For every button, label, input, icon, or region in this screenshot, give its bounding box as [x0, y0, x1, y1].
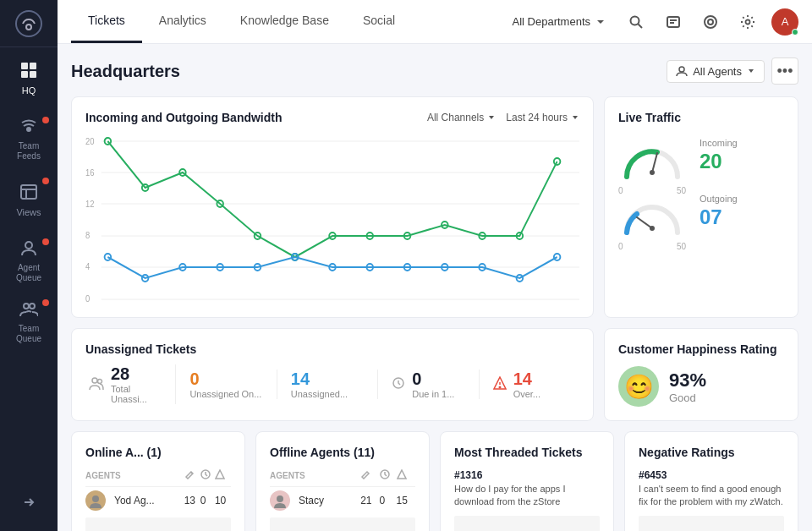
svg-point-58	[105, 254, 112, 260]
user-avatar[interactable]: A	[771, 8, 798, 36]
svg-point-74	[650, 226, 655, 231]
agent-stat2: 0	[380, 487, 397, 515]
online-number: 0	[189, 370, 261, 389]
tab-knowledge-base[interactable]: Knowledge Base	[223, 0, 346, 43]
department-selector[interactable]: All Departments	[506, 12, 612, 31]
svg-rect-4	[30, 71, 36, 78]
threaded-title: Most Threaded Tickets	[454, 446, 600, 459]
negative-ratings-card: Negative Ratings #6453 I can't seem to f…	[624, 431, 798, 531]
svg-point-12	[631, 16, 639, 25]
svg-line-71	[652, 153, 657, 172]
sidebar-item-label: Views	[16, 207, 41, 217]
time-filter[interactable]: Last 24 hours	[506, 112, 579, 123]
svg-point-75	[92, 378, 97, 383]
agent-stat1: 21	[360, 487, 379, 515]
sidebar-item-views[interactable]: Views	[0, 169, 58, 230]
happiness-value: 93%	[669, 370, 706, 391]
ticket-text: How do I pay for the apps I download fro…	[454, 483, 600, 509]
svg-point-0	[26, 25, 31, 30]
agent-stat3: 10	[215, 487, 231, 515]
total-number: 28	[111, 364, 165, 384]
gauge-minmax-out: 0 50	[618, 242, 686, 251]
sidebar-item-label: HQ	[22, 85, 36, 96]
sidebar-item-hq[interactable]: HQ	[0, 47, 58, 108]
team-feeds-icon	[19, 117, 38, 138]
sidebar-item-label: TeamFeeds	[17, 141, 41, 161]
agent-queue-icon	[19, 238, 38, 260]
outgoing-gauge-dial: 0 50	[618, 190, 686, 233]
threaded-tickets-card: Most Threaded Tickets #1316 How do I pay…	[440, 431, 614, 531]
unassigned-card: Unassigned Tickets 28 Total Unassi...	[71, 328, 594, 421]
hq-icon	[19, 61, 38, 82]
tab-social[interactable]: Social	[346, 0, 412, 43]
offline-agents-table: AGENTS	[270, 469, 415, 514]
due-label: Due in 1...	[412, 389, 454, 399]
timer-col-header	[397, 469, 415, 487]
svg-rect-6	[21, 185, 36, 199]
clock-col-header	[200, 469, 215, 487]
svg-rect-2	[30, 63, 36, 69]
sidebar-item-agent-queue[interactable]: AgentQueue	[0, 230, 58, 291]
channels-filter[interactable]: All Channels	[427, 112, 496, 123]
bandwidth-filters: All Channels Last 24 hours	[427, 112, 579, 123]
logo-icon	[15, 10, 42, 37]
search-btn[interactable]	[623, 8, 650, 36]
sidebar-item-label: AgentQueue	[16, 263, 41, 283]
stat-over: 14 Over...	[480, 370, 579, 399]
agent-avatar	[85, 490, 106, 511]
stat-due: 0 Due in 1...	[378, 370, 479, 399]
dashboard-grid: Incoming and Outgoing Bandwidth All Chan…	[71, 96, 798, 531]
agents-selector[interactable]: All Agents	[667, 60, 765, 83]
svg-point-18	[708, 19, 713, 25]
svg-point-20	[679, 67, 684, 72]
sidebar-item-team-queue[interactable]: TeamQueue	[0, 291, 58, 352]
list-item: #1316 How do I pay for the apps I downlo…	[454, 469, 600, 509]
settings-btn[interactable]	[734, 8, 761, 36]
due-icon	[392, 376, 405, 393]
svg-text:20: 20	[85, 137, 95, 146]
due-number: 0	[412, 370, 454, 389]
over-label: Over...	[513, 389, 540, 399]
svg-line-13	[639, 24, 643, 28]
gamepad-icon-btn[interactable]	[697, 8, 724, 36]
svg-rect-3	[21, 71, 28, 78]
live-traffic-title: Live Traffic	[618, 111, 784, 124]
svg-point-82	[92, 495, 99, 502]
incoming-gauge-dial: 0 50	[618, 134, 686, 177]
svg-text:4: 4	[85, 262, 91, 271]
page-header: Headquarters All Agents •••	[71, 57, 798, 85]
happiness-card: Customer Happiness Rating 😊 93% Good	[604, 328, 798, 421]
more-options-btn[interactable]: •••	[771, 57, 798, 85]
table-row: Stacy 21 0 15	[270, 487, 415, 515]
agent-stat3: 15	[397, 487, 415, 515]
incoming-value: 20	[700, 150, 784, 173]
svg-rect-1	[21, 63, 28, 69]
online-agents-title: Online A... (1)	[85, 446, 231, 459]
agent-name: Yod Ag...	[114, 495, 155, 506]
sidebar-item-team-feeds[interactable]: TeamFeeds	[0, 108, 58, 169]
negative-ratings-title: Negative Ratings	[639, 446, 784, 459]
svg-point-17	[705, 16, 716, 28]
happiness-label: Good	[669, 391, 706, 404]
incoming-gauge: 0 50 Incoming 20	[618, 134, 784, 177]
views-badge	[42, 178, 49, 184]
total-label: Total Unassi...	[111, 384, 165, 404]
tab-tickets[interactable]: Tickets	[71, 0, 142, 43]
clock-col-header	[380, 469, 397, 487]
negative-id: #6453	[639, 469, 784, 481]
svg-point-84	[277, 495, 283, 502]
happiness-content: 😊 93% Good	[618, 366, 784, 407]
tab-analytics[interactable]: Analytics	[142, 0, 223, 43]
svg-point-57	[554, 158, 561, 165]
sidebar: HQ TeamFeeds Views	[0, 0, 58, 531]
stat-online: 0 Unassigned On...	[176, 370, 277, 399]
agents-col-header: AGENTS	[270, 469, 360, 487]
sidebar-expand-btn[interactable]	[0, 484, 58, 521]
tickets-icon-btn[interactable]	[660, 8, 687, 36]
agent-stat1: 13	[184, 487, 200, 515]
outgoing-value: 07	[700, 205, 784, 229]
happiness-title: Customer Happiness Rating	[618, 342, 784, 356]
negative-text: I can't seem to find a good enough fix f…	[639, 483, 784, 509]
outgoing-gauge: 0 50 Outgoing 07	[618, 190, 784, 233]
total-icon	[89, 375, 104, 394]
